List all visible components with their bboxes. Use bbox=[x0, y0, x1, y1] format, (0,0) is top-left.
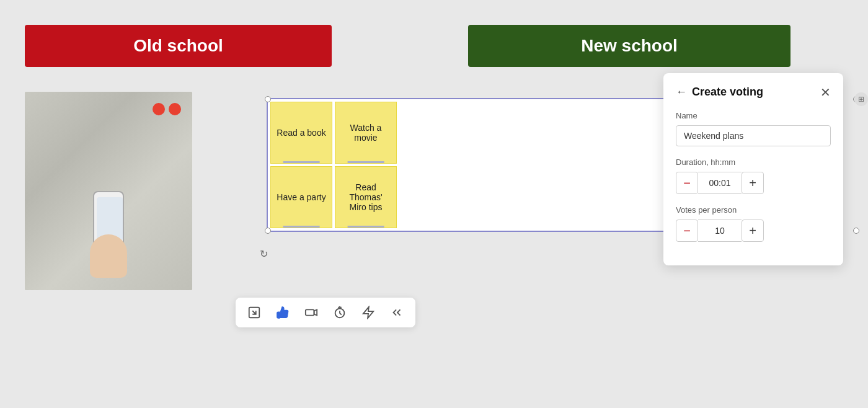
voting-header-left: ← Create voting bbox=[676, 86, 763, 99]
lightning-icon[interactable] bbox=[360, 304, 377, 321]
voting-name-input[interactable] bbox=[676, 125, 831, 146]
collapse-toolbar-icon[interactable] bbox=[388, 304, 405, 321]
votes-stepper: − 10 + bbox=[676, 220, 831, 242]
sticky-note-2[interactable]: Watch a movie bbox=[335, 102, 397, 164]
svg-rect-1 bbox=[306, 309, 314, 315]
video-icon[interactable] bbox=[303, 304, 320, 321]
close-panel-button[interactable]: ✕ bbox=[820, 86, 831, 99]
red-dots-indicator bbox=[153, 103, 181, 115]
duration-field-label: Duration, hh:mm bbox=[676, 157, 831, 167]
duration-decrease-button[interactable]: − bbox=[676, 172, 698, 194]
duration-increase-button[interactable]: + bbox=[742, 172, 764, 194]
votes-field-label: Votes per person bbox=[676, 205, 831, 215]
timer-icon[interactable] bbox=[331, 304, 348, 321]
handle-bottom-left[interactable] bbox=[265, 228, 271, 234]
votes-decrease-button[interactable]: − bbox=[676, 220, 698, 242]
votes-increase-button[interactable]: + bbox=[742, 220, 764, 242]
sticky-note-3[interactable]: Have a party bbox=[270, 166, 332, 228]
voting-panel-title: Create voting bbox=[692, 86, 763, 99]
duration-stepper: − 00:01 + bbox=[676, 172, 831, 194]
voting-panel-header: ← Create voting ✕ bbox=[676, 86, 831, 99]
sticky-note-4[interactable]: Read Thomas' Miro tips bbox=[335, 166, 397, 228]
bottom-toolbar bbox=[236, 298, 415, 327]
votes-value: 10 bbox=[698, 220, 742, 242]
rotate-handle[interactable]: ↻ bbox=[257, 247, 270, 260]
back-arrow-icon[interactable]: ← bbox=[676, 86, 687, 99]
new-school-banner: New school bbox=[468, 25, 790, 67]
red-dot-1 bbox=[153, 103, 165, 115]
hand-phone-image bbox=[84, 191, 133, 278]
new-school-area: ⊞ Read a book Watch a movie Have a party… bbox=[229, 92, 843, 340]
handle-bottom-right[interactable] bbox=[853, 228, 859, 234]
old-school-photo bbox=[25, 92, 192, 290]
create-voting-panel: ← Create voting ✕ Name Duration, hh:mm −… bbox=[663, 73, 843, 265]
name-field-label: Name bbox=[676, 111, 831, 120]
red-dot-2 bbox=[169, 103, 181, 115]
old-school-banner: Old school bbox=[25, 25, 332, 67]
sticky-note-1[interactable]: Read a book bbox=[270, 102, 332, 164]
duration-value: 00:01 bbox=[698, 172, 742, 194]
drag-handle[interactable]: ⊞ bbox=[854, 92, 868, 106]
share-icon[interactable] bbox=[246, 304, 263, 321]
thumbs-up-icon[interactable] bbox=[274, 304, 291, 321]
